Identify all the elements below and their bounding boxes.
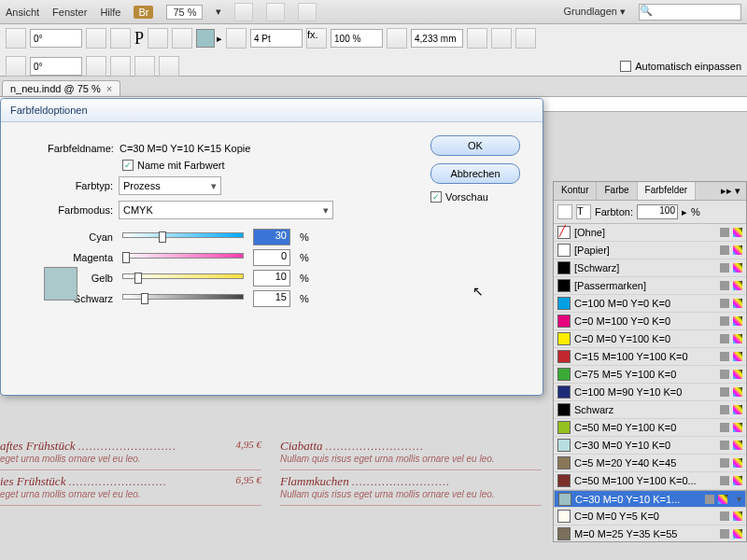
cmyk-icon <box>733 458 742 468</box>
menu-hilfe[interactable]: Hilfe <box>100 7 120 18</box>
close-icon[interactable]: × <box>106 83 112 94</box>
slider-track[interactable] <box>122 294 244 303</box>
scale-field[interactable]: 100 % <box>331 29 383 48</box>
panel-menu-icon[interactable]: ▸▸ ▾ <box>715 182 746 200</box>
swatch-row[interactable]: C=75 M=5 Y=100 K=0 <box>554 366 746 384</box>
view-mode-icon[interactable] <box>234 3 253 21</box>
swatch-marker-icon <box>720 334 729 343</box>
menu-fenster[interactable]: Fenster <box>52 7 87 18</box>
type-select[interactable]: Prozess <box>119 176 221 195</box>
cmyk-icon <box>733 423 742 432</box>
swatch-marker-icon <box>720 405 729 414</box>
swatch-marker-icon <box>720 281 729 290</box>
auto-fit-checkbox[interactable]: Automatisch einpassen <box>620 61 741 72</box>
tool-icon[interactable] <box>6 56 26 77</box>
width-field[interactable]: 4,233 mm <box>411 29 463 48</box>
stroke-icon[interactable] <box>226 28 247 49</box>
rotate-2[interactable]: 0° <box>30 57 82 76</box>
cmyk-icon <box>733 334 742 343</box>
tint-input[interactable]: 100 <box>637 204 678 219</box>
swatch-row[interactable]: M=0 M=25 Y=35 K=55 <box>554 525 746 541</box>
mode-select[interactable]: CMYK <box>119 201 333 219</box>
cancel-button[interactable]: Abbrechen <box>430 163 520 184</box>
swatch-row[interactable]: C=0 M=100 Y=0 K=0 <box>554 313 746 330</box>
swatch-marker-icon <box>720 387 729 397</box>
cmyk-icon <box>733 476 742 485</box>
arrange-icon[interactable] <box>298 3 317 21</box>
document-tab[interactable]: n_neu.indd @ 75 %× <box>2 80 120 96</box>
swatch-row[interactable]: C=0 M=0 Y=100 K=0 <box>554 330 746 348</box>
slider-value[interactable]: 0 <box>253 249 290 266</box>
zoom-level[interactable]: 75 % <box>166 5 203 20</box>
slider-value[interactable]: 30 <box>253 229 290 245</box>
stroke-weight[interactable]: 4 Pt <box>250 29 303 48</box>
cmyk-icon <box>733 370 742 379</box>
menu-ansicht[interactable]: Ansicht <box>6 7 39 18</box>
fit-icon[interactable] <box>491 28 512 49</box>
slider-track[interactable] <box>122 232 244 242</box>
fill-swatch[interactable] <box>196 29 215 48</box>
tool-icon[interactable] <box>148 28 168 49</box>
slider-value[interactable]: 10 <box>253 270 290 287</box>
slider-label: Cyan <box>57 231 113 243</box>
stroke-indicator-icon[interactable]: T <box>576 204 591 219</box>
swatch-marker-icon <box>720 245 729 255</box>
menu-item-desc: eget urna mollis ornare vel eu leo. <box>0 489 261 499</box>
name-label: Farbfeldname: <box>48 143 114 154</box>
tab-farbfelder[interactable]: Farbfelder <box>638 182 697 200</box>
name-with-value-checkbox[interactable]: ✓ <box>122 160 134 171</box>
swatch-row[interactable]: [Passermarken] <box>554 277 746 295</box>
screen-mode-icon[interactable] <box>266 3 285 21</box>
tool-icon[interactable] <box>110 56 131 77</box>
swatch-row[interactable]: C=5 M=20 Y=40 K=45 <box>554 455 746 472</box>
flip-v-icon[interactable] <box>110 28 131 49</box>
cmyk-icon <box>733 228 742 237</box>
workspace-switcher[interactable]: Grundlagen ▾ <box>563 6 626 18</box>
tool-icon[interactable] <box>134 56 155 77</box>
swatch-row[interactable]: C=100 M=90 Y=10 K=0 <box>554 384 746 401</box>
swatch-marker-icon <box>720 228 729 237</box>
swatch-row[interactable]: C=50 M=0 Y=100 K=0 <box>554 419 746 437</box>
fill-indicator-icon[interactable] <box>557 204 572 219</box>
tab-kontur[interactable]: Kontur <box>554 182 597 200</box>
swatch-marker-icon <box>720 529 729 539</box>
ok-button[interactable]: OK <box>430 135 520 156</box>
tool-icon[interactable] <box>159 56 179 77</box>
swatch-marker-icon <box>720 263 729 273</box>
preview-checkbox[interactable]: ✓ <box>430 191 442 203</box>
swatch-row[interactable]: C=0 M=0 Y=5 K=0 <box>554 508 746 525</box>
swatch-row[interactable]: C=30 M=0 Y=10 K=1... <box>554 490 746 508</box>
slider-track[interactable] <box>122 273 244 283</box>
fit-icon[interactable] <box>467 28 487 49</box>
menu-item-desc: eget urna mollis ornare vel eu leo. <box>0 454 261 464</box>
menu-item-title: Ciabatta .......................... <box>280 439 542 454</box>
swatch-row[interactable]: C=100 M=0 Y=0 K=0 <box>554 295 746 313</box>
fx-icon[interactable]: fx. <box>306 28 327 49</box>
search-input[interactable]: 🔍 <box>639 4 741 21</box>
swatch-marker-icon <box>720 370 729 379</box>
cmyk-icon <box>718 495 727 504</box>
bridge-icon[interactable]: Br <box>134 6 153 19</box>
flip-h-icon[interactable] <box>86 28 106 49</box>
swatch-row[interactable]: C=30 M=0 Y=10 K=0 <box>554 437 746 455</box>
tool-icon[interactable] <box>86 56 106 77</box>
menu-item-title: aftes Frühstück ........................… <box>0 439 261 454</box>
swatch-row[interactable]: C=15 M=100 Y=100 K=0 <box>554 348 746 366</box>
swatch-row[interactable]: ╱ [Ohne] <box>554 224 746 242</box>
tab-farbe[interactable]: Farbe <box>597 182 637 200</box>
swatch-row[interactable]: Schwarz <box>554 401 746 419</box>
tool-icon[interactable] <box>172 28 192 49</box>
swatch-marker-icon <box>720 476 729 485</box>
slider-value[interactable]: 15 <box>253 290 290 307</box>
tool-icon[interactable] <box>6 28 26 49</box>
swatch-row[interactable]: [Schwarz] <box>554 259 746 277</box>
swatch-marker-icon <box>720 441 729 450</box>
slider-track[interactable] <box>122 253 244 262</box>
fit-icon[interactable] <box>515 28 536 49</box>
crop-icon[interactable] <box>387 28 407 49</box>
menu-item-desc: Nullam quis risus eget urna mollis ornar… <box>280 454 542 464</box>
swatch-row[interactable]: C=50 M=100 Y=100 K=0... <box>554 472 746 490</box>
cmyk-icon <box>733 299 742 308</box>
rotate-1[interactable]: 0° <box>30 29 82 48</box>
swatch-row[interactable]: [Papier] <box>554 242 746 259</box>
